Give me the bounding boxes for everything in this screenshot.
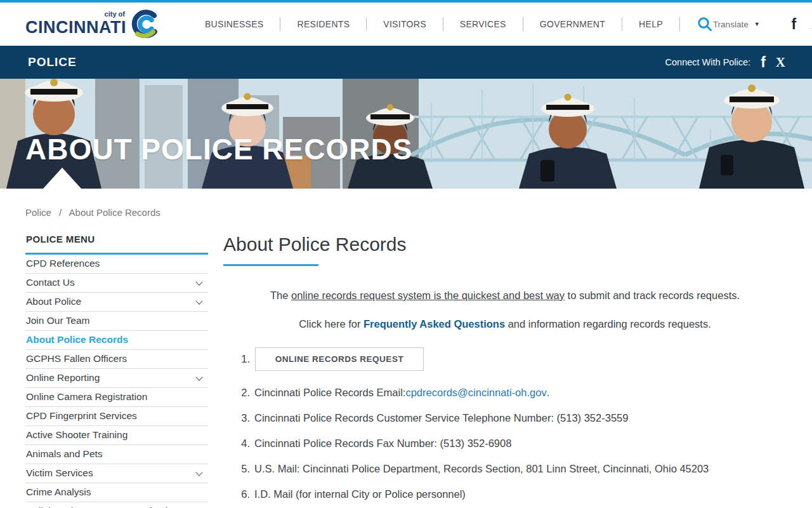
sidebar-item-animals-and-pets[interactable]: Animals and Pets [25,445,208,464]
list-number: 5. [239,463,250,475]
sidebar-item-collaborative-agreement-refresh[interactable]: Collaborative Agreement Refresh [25,502,208,508]
list-item-text: Cincinnati Police Records Email: [254,387,405,399]
city-header: city of CINCINNATI BUSINESSESRESIDENTSVI… [0,3,812,46]
sidebar-item-label: About Police [26,296,81,307]
police-bar-title[interactable]: POLICE [28,55,77,69]
sidebar-item-crime-analysis[interactable]: Crime Analysis [25,483,208,502]
intro-paragraph-2: Click here for Frequently Asked Question… [223,318,787,330]
intro-paragraphs: The online records request system is the… [223,290,787,330]
sidebar-item-label: GCPHS Fallen Officers [26,353,127,364]
police-department-bar: POLICE Connect With Police: f X [0,46,812,79]
sidebar-item-label: Online Reporting [26,372,100,384]
sidebar-item-label: Animals and Pets [26,448,103,460]
sidebar-item-label: Active Shooter Training [26,429,128,441]
sidebar-item-label: Victim Services [26,467,93,479]
nav-item-services[interactable]: SERVICES [443,17,523,31]
chevron-down-icon [195,297,202,304]
online-records-system-link[interactable]: online records request system is the qui… [291,290,565,301]
sidebar-item-online-reporting[interactable]: Online Reporting [25,369,208,388]
nav-item-government[interactable]: GOVERNMENT [523,17,622,31]
sidebar-item-about-police-records[interactable]: About Police Records [25,331,208,350]
records-list-item-2: 2.Cincinnati Police Records Email: cpdre… [239,387,787,399]
list-number: 2. [239,387,250,399]
sidebar-item-active-shooter-training[interactable]: Active Shooter Training [25,426,208,445]
search-icon [697,16,713,32]
list-item-text: Cincinnati Police Records Fax Number: (5… [254,438,511,450]
sidebar-item-about-police[interactable]: About Police [25,293,208,312]
cincinnati-logo[interactable]: city of CINCINNATI [25,9,159,39]
connect-with-police: Connect With Police: f X [665,55,785,70]
nav-item-businesses[interactable]: BUSINESSES [188,17,280,31]
records-list-item-6: 6.I.D. Mail (for internal City or Police… [239,488,787,500]
nav-item-residents[interactable]: RESIDENTS [280,17,367,31]
list-item-text: U.S. Mail: Cincinnati Police Department,… [254,463,709,475]
chevron-down-icon [195,469,202,476]
header-social-icons: fXin [776,17,812,32]
email-link[interactable]: cpdrecords@cincinnati-oh.gov [405,387,546,399]
breadcrumb-police[interactable]: Police [25,207,51,218]
sidebar-item-label: Contact Us [26,277,75,288]
list-item-suffix: . [547,387,550,399]
sidebar-title: POLICE MENU [25,231,208,255]
sidebar-item-label: Collaborative Agreement Refresh [26,505,171,508]
sidebar-item-victim-services[interactable]: Victim Services [25,464,208,483]
breadcrumb-current: About Police Records [69,207,160,218]
facebook-icon[interactable]: f [792,17,797,32]
content-area: POLICE MENU CPD ReferencesContact UsAbou… [0,231,812,508]
sidebar-item-contact-us[interactable]: Contact Us [25,274,208,293]
records-list-item-1: 1.ONLINE RECORDS REQUEST [239,347,787,371]
translate-dropdown[interactable]: Translate ▼ [713,20,760,29]
sidebar-item-online-camera-registration[interactable]: Online Camera Registration [25,388,208,407]
sidebar-item-cpd-references[interactable]: CPD References [25,255,208,274]
chevron-down-icon [195,373,202,380]
sidebar-item-label: CPD References [26,258,100,269]
sidebar-item-join-our-team[interactable]: Join Our Team [25,312,208,331]
heading-accent-rule [223,264,318,266]
police-menu-sidebar: POLICE MENU CPD ReferencesContact UsAbou… [25,231,208,508]
hero-page-title: ABOUT POLICE RECORDS [25,132,412,166]
records-list-item-3: 3.Cincinnati Police Records Customer Ser… [239,412,787,424]
list-number: 1. [239,353,250,365]
header-right: Translate ▼ fXin [713,17,812,32]
breadcrumb: Police / About Police Records [0,189,812,218]
sidebar-item-label: Online Camera Registration [26,391,147,403]
sidebar-item-label: Join Our Team [26,315,90,326]
translate-label: Translate [713,20,749,29]
main-nav: BUSINESSESRESIDENTSVISITORSSERVICESGOVER… [188,17,680,31]
main-content: About Police Records The online records … [208,231,787,508]
caret-down-icon: ▼ [754,21,760,27]
breadcrumb-separator: / [59,207,62,218]
sidebar-item-label: Crime Analysis [26,486,91,498]
sidebar-item-cpd-fingerprint-services[interactable]: CPD Fingerprint Services [25,407,208,426]
records-list-item-4: 4.Cincinnati Police Records Fax Number: … [239,438,787,450]
intro-paragraph-1: The online records request system is the… [223,290,787,302]
list-item-text: I.D. Mail (for internal City or Police p… [254,488,466,500]
records-options-list: 1.ONLINE RECORDS REQUEST2.Cincinnati Pol… [239,347,787,500]
hero-banner: ABOUT POLICE RECORDS [0,79,812,189]
cincinnati-c-swirl-icon [129,9,159,39]
sidebar-item-label: CPD Fingerprint Services [26,410,137,422]
facebook-icon[interactable]: f [761,55,766,70]
sidebar-item-gcphs-fallen-officers[interactable]: GCPHS Fallen Officers [25,350,208,369]
list-number: 3. [239,412,250,424]
chevron-down-icon [195,278,202,285]
connect-label: Connect With Police: [665,57,751,67]
hero-notch [43,168,81,189]
page-title: About Police Records [223,234,787,255]
search-button[interactable] [680,16,713,32]
x-twitter-icon[interactable]: X [776,56,785,69]
sidebar-item-label: About Police Records [26,334,128,345]
logo-cityof-text: city of [105,10,125,18]
records-list-item-5: 5.U.S. Mail: Cincinnati Police Departmen… [239,463,787,475]
logo-name-text: CINCINNATI [25,18,126,37]
nav-item-help[interactable]: HELP [622,17,680,31]
nav-item-visitors[interactable]: VISITORS [367,17,443,31]
online-records-request-button[interactable]: ONLINE RECORDS REQUEST [255,347,424,371]
list-number: 6. [239,488,250,500]
list-item-text: Cincinnati Police Records Customer Servi… [254,412,628,424]
faq-link[interactable]: Frequently Asked Questions [363,318,505,330]
list-number: 4. [239,438,250,450]
